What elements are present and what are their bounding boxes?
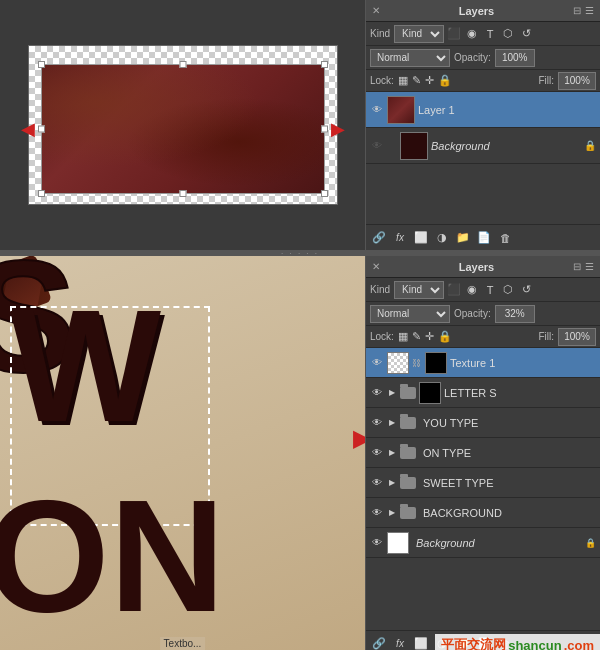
layer-row-youtype[interactable]: 👁 ▶ YOU TYPE xyxy=(366,408,600,438)
layer-row-bg[interactable]: 👁 Background 🔒 xyxy=(366,528,600,558)
chain-icon-texture1: ⛓ xyxy=(412,358,422,368)
lock-all-icon[interactable]: 🔒 xyxy=(438,74,452,87)
handle-ml[interactable] xyxy=(38,126,45,133)
handle-tl[interactable] xyxy=(38,61,45,68)
handle-mr[interactable] xyxy=(321,126,328,133)
thumb-letters xyxy=(419,382,441,404)
lock-pixels-icon[interactable]: ▦ xyxy=(398,74,408,87)
adjustment-layer-icon[interactable]: ◑ xyxy=(433,229,451,247)
shape-icon-b[interactable]: ⬡ xyxy=(500,282,516,298)
top-section: ◀ ▶ ✕ Layers ⊟ ☰ Kind Kind ⬛ ◉ T ⬡ ↺ xyxy=(0,0,600,250)
thumb-texture1-mask xyxy=(425,352,447,374)
eye-icon-youtype[interactable]: 👁 xyxy=(370,416,384,430)
handle-tc[interactable] xyxy=(179,61,186,68)
panel-menu-bottom-icon[interactable]: ☰ xyxy=(585,261,594,272)
layer-row-layer1[interactable]: 👁 Layer 1 xyxy=(366,92,600,128)
mask-icon-b[interactable]: ⬜ xyxy=(412,635,430,651)
panel-collapse-bottom-icon[interactable]: ⊟ xyxy=(573,261,581,272)
smart-icon[interactable]: ↺ xyxy=(518,26,534,42)
layer-row-background[interactable]: 👁 Background 🔒 xyxy=(366,128,600,164)
fx-icon-b[interactable]: fx xyxy=(391,635,409,651)
opacity-input[interactable] xyxy=(495,49,535,67)
folder-icon-sweettype xyxy=(400,477,416,489)
adjustment-icon-b[interactable]: ◉ xyxy=(464,282,480,298)
panel-collapse-icon[interactable]: ⊟ xyxy=(573,5,581,16)
layer-name-bg: Background xyxy=(416,537,582,549)
blend-mode-select[interactable]: Normal xyxy=(370,49,450,67)
lock-pixels-icon-b[interactable]: ▦ xyxy=(398,330,408,343)
triangle-icon-youtype[interactable]: ▶ xyxy=(387,418,397,428)
layer-name-youtype: YOU TYPE xyxy=(423,417,596,429)
adjustment-icon[interactable]: ◉ xyxy=(464,26,480,42)
lock-all-icon-b[interactable]: 🔒 xyxy=(438,330,452,343)
panel-close-icon[interactable]: ✕ xyxy=(372,5,380,16)
blend-opacity-row-bottom: Normal Opacity: xyxy=(366,302,600,326)
fill-input[interactable] xyxy=(558,72,596,90)
lock-label-bottom: Lock: xyxy=(370,331,394,342)
handle-br[interactable] xyxy=(321,190,328,197)
arrow-left-icon: ◀ xyxy=(21,118,35,140)
link-icon[interactable]: 🔗 xyxy=(370,229,388,247)
panel-title-bottom: Layers xyxy=(459,261,494,273)
panel-menu-icon[interactable]: ☰ xyxy=(585,5,594,16)
blend-opacity-row: Normal Opacity: xyxy=(366,46,600,70)
panel-header-right: ⊟ ☰ xyxy=(573,5,594,16)
lock-position-icon[interactable]: ✎ xyxy=(412,74,421,87)
layer-row-texture1[interactable]: 👁 ⛓ Texture 1 xyxy=(366,348,600,378)
type-icon-b[interactable]: T xyxy=(482,282,498,298)
shape-icon[interactable]: ⬡ xyxy=(500,26,516,42)
triangle-icon-bgfolder[interactable]: ▶ xyxy=(387,508,397,518)
type-icon[interactable]: T xyxy=(482,26,498,42)
eye-icon-layer1[interactable]: 👁 xyxy=(370,103,384,117)
thumb-texture1 xyxy=(387,352,409,374)
trash-icon[interactable]: 🗑 xyxy=(496,229,514,247)
layer-row-ontype[interactable]: 👁 ▶ ON TYPE xyxy=(366,438,600,468)
layer-name-background: Background xyxy=(431,140,581,152)
red-arrow-bottom-icon: ▶ xyxy=(353,426,365,452)
kind-select[interactable]: Kind xyxy=(394,25,444,43)
smart-icon-b[interactable]: ↺ xyxy=(518,282,534,298)
eye-icon-sweettype[interactable]: 👁 xyxy=(370,476,384,490)
layer-name-layer1: Layer 1 xyxy=(418,104,596,116)
triangle-icon-letters[interactable]: ▶ xyxy=(387,388,397,398)
layer-name-letters: LETTER S xyxy=(444,387,596,399)
fill-label-bottom: Fill: xyxy=(538,331,554,342)
arrow-right-icon: ▶ xyxy=(331,118,345,140)
canvas-bottom: S W ON ▶ Textbo... xyxy=(0,256,365,650)
pixel-icon-b[interactable]: ⬛ xyxy=(446,282,462,298)
kind-select-bottom[interactable]: Kind xyxy=(394,281,444,299)
eye-icon-letters[interactable]: 👁 xyxy=(370,386,384,400)
triangle-icon-ontype[interactable]: ▶ xyxy=(387,448,397,458)
eye-icon-texture1[interactable]: 👁 xyxy=(370,356,384,370)
eye-icon-background[interactable]: 👁 xyxy=(370,139,384,153)
handle-bc[interactable] xyxy=(179,190,186,197)
eye-icon-bgfolder[interactable]: 👁 xyxy=(370,506,384,520)
lock-artboards-icon[interactable]: ✛ xyxy=(425,74,434,87)
lock-artboards-icon-b[interactable]: ✛ xyxy=(425,330,434,343)
pixel-icon[interactable]: ⬛ xyxy=(446,26,462,42)
eye-icon-ontype[interactable]: 👁 xyxy=(370,446,384,460)
lock-position-icon-b[interactable]: ✎ xyxy=(412,330,421,343)
folder-icon-ontype xyxy=(400,447,416,459)
blend-mode-select-bottom[interactable]: Normal xyxy=(370,305,450,323)
layer-row-sweettype[interactable]: 👁 ▶ SWEET TYPE xyxy=(366,468,600,498)
link-icon-b[interactable]: 🔗 xyxy=(370,635,388,651)
new-layer-icon[interactable]: 📄 xyxy=(475,229,493,247)
fx-icon[interactable]: fx xyxy=(391,229,409,247)
mask-icon[interactable]: ⬜ xyxy=(412,229,430,247)
watermark: 平面交流网 shancun .com xyxy=(435,634,600,650)
opacity-input-bottom[interactable] xyxy=(495,305,535,323)
fill-input-bottom[interactable] xyxy=(558,328,596,346)
eye-icon-bg[interactable]: 👁 xyxy=(370,536,384,550)
bottom-section: S W ON ▶ Textbo... ✕ Layers ⊟ ☰ Kind Kin… xyxy=(0,256,600,650)
layer-row-letters[interactable]: 👁 ▶ LETTER S xyxy=(366,378,600,408)
watermark-chinese: 平面交流网 xyxy=(441,636,506,650)
triangle-icon-sweettype[interactable]: ▶ xyxy=(387,478,397,488)
textbook-label: Textbo... xyxy=(160,637,206,650)
handle-tr[interactable] xyxy=(321,61,328,68)
folder-icon-youtype xyxy=(400,417,416,429)
handle-bl[interactable] xyxy=(38,190,45,197)
panel-close-bottom-icon[interactable]: ✕ xyxy=(372,261,380,272)
layer-row-bgfolder[interactable]: 👁 ▶ BACKGROUND xyxy=(366,498,600,528)
folder-new-icon[interactable]: 📁 xyxy=(454,229,472,247)
